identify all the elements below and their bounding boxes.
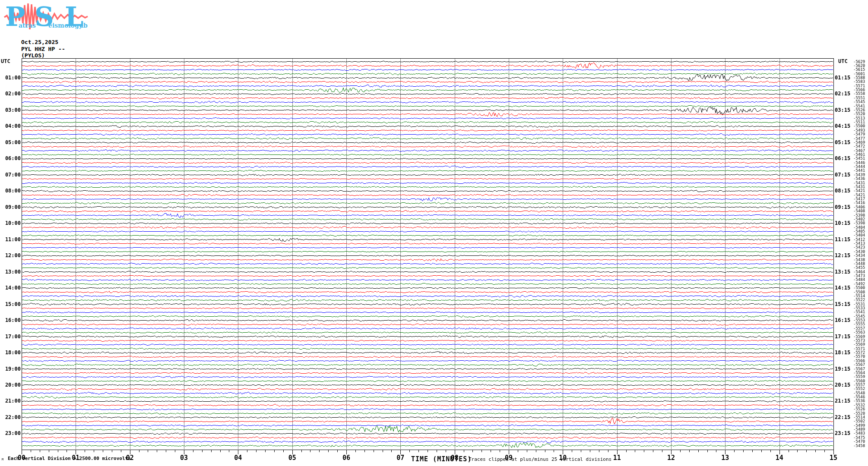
hour-label-left: 22:00 [1,414,21,420]
hour-label-right: 12:15 [835,252,854,258]
hour-label-right: 20:15 [835,382,854,388]
scale-note-prefix: M [2,458,3,461]
hour-label-left: 21:00 [1,398,21,404]
hour-label-right: 23:15 [835,430,854,436]
hour-label-left: 12:00 [1,252,21,258]
hour-label-right: 16:15 [835,317,854,323]
x-axis-tick-label: 12 [662,454,680,462]
helicorder-page: P atras S eismology L ab Oct.25,2025 PYL… [0,0,868,466]
x-axis-tick-label: 07 [392,454,409,462]
hour-label-left: 19:00 [1,366,21,372]
trace-offset-value: -5458 [853,444,865,448]
hour-label-right: 10:15 [835,220,854,226]
utc-label-left: UTC [1,58,10,64]
x-axis-tick-label: 06 [338,454,355,462]
hour-label-right: 08:15 [835,188,854,194]
hour-label-right: 18:15 [835,350,854,356]
hour-label-left: 08:00 [1,188,21,194]
hour-label-left: 01:00 [1,75,21,81]
hour-label-left: 09:00 [1,204,21,210]
hour-label-left: 03:00 [1,107,21,113]
x-axis-tick-label: 14 [771,454,788,462]
hour-label-right: 09:15 [835,204,854,210]
hour-label-right: 13:15 [835,269,854,275]
hour-label-left: 11:00 [1,236,21,242]
x-axis-tick-label: 15 [825,454,842,462]
clip-note: Traces clipped at plus/minus 25 vertical… [469,457,611,462]
hour-label-right: 07:15 [835,172,854,178]
hour-label-right: 05:15 [835,139,854,145]
hour-label-left: 13:00 [1,269,21,275]
hour-label-left: 20:00 [1,382,21,388]
hour-label-right: 15:15 [835,301,854,307]
x-axis-title: TIME (MINUTES) [411,455,472,463]
x-axis-tick-label: 04 [229,454,247,462]
hour-label-right: 17:15 [835,334,854,340]
hour-label-right: 03:15 [835,107,854,113]
hour-label-left: 04:00 [1,123,21,129]
hour-label-right: 21:15 [835,398,854,404]
hour-label-left: 14:00 [1,285,21,291]
x-axis-tick-label: 03 [175,454,193,462]
scale-note: Each Vertical Division = 2500.00 microvo… [8,456,131,461]
hour-label-left: 15:00 [1,301,21,307]
hour-label-right: 11:15 [835,236,854,242]
hour-label-right: 04:15 [835,123,854,129]
hour-label-left: 02:00 [1,91,21,97]
hour-label-left: 07:00 [1,172,21,178]
hour-label-right: 02:15 [835,91,854,97]
hour-label-left: 16:00 [1,317,21,323]
hour-label-left: 18:00 [1,350,21,356]
hour-label-left: 23:00 [1,430,21,436]
hour-label-right: 19:15 [835,366,854,372]
hour-label-right: 01:15 [835,75,854,81]
hour-label-right: 22:15 [835,414,854,420]
hour-label-right: 14:15 [835,285,854,291]
hour-label-left: 05:00 [1,139,21,145]
hour-label-left: 06:00 [1,155,21,161]
x-axis-tick-label: 05 [284,454,301,462]
utc-label-right: UTC [838,58,848,64]
hour-label-left: 10:00 [1,220,21,226]
hour-label-right: 06:15 [835,155,854,161]
x-axis-tick-label: 13 [716,454,734,462]
hour-label-left: 17:00 [1,334,21,340]
helicorder-canvas [0,0,868,466]
